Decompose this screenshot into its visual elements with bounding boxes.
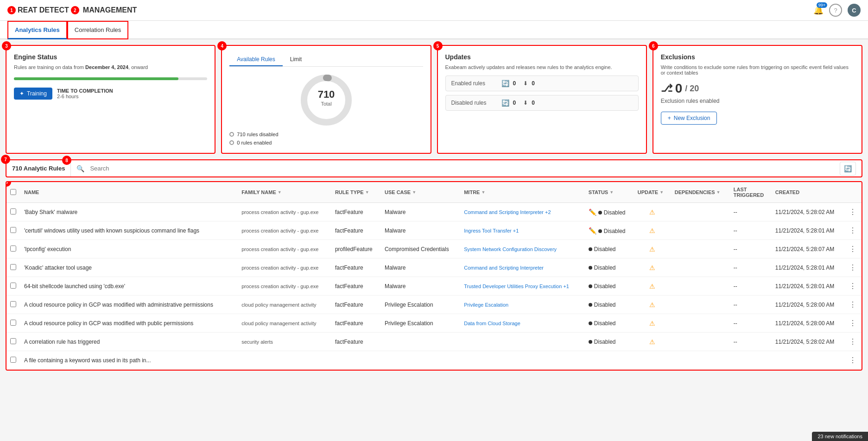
rule-name: 'Ipconfig' execution xyxy=(24,246,71,252)
section-num-6: 6 xyxy=(649,41,658,50)
page-title: 1 REAT DETECT 2 MANAGEMENT xyxy=(7,6,137,14)
help-icon[interactable]: ? xyxy=(829,4,842,17)
use-case-cell: Malware xyxy=(381,277,460,296)
mitre-link[interactable]: Command and Scripting Interpreter xyxy=(464,265,544,271)
more-icon[interactable]: ⋮ xyxy=(849,338,856,346)
row-checkbox[interactable] xyxy=(10,208,16,214)
created-cell: 11/21/2024, 5:28:02 AM xyxy=(772,333,845,351)
col-name[interactable]: NAME xyxy=(20,182,238,203)
col-status[interactable]: STATUS ▼ xyxy=(585,182,634,203)
status-label: Disabled xyxy=(604,209,626,216)
exclusions-card: 6 Exclusions Write conditions to exclude… xyxy=(653,45,862,154)
row-checkbox[interactable] xyxy=(10,338,16,344)
mitre-link[interactable]: Trusted Developer Utilities Proxy Execut… xyxy=(464,284,569,289)
section-num-7: 7 xyxy=(1,155,10,164)
status-dot xyxy=(598,211,602,214)
update-warning-icon: ⚠ xyxy=(649,246,655,253)
tab-analytics-rules[interactable]: Analytics Rules xyxy=(7,21,67,39)
row-checkbox[interactable] xyxy=(10,246,16,252)
rule-type-cell: factFeature xyxy=(331,258,381,277)
training-button[interactable]: ✦ Training xyxy=(14,88,52,100)
disabled-label: Disabled rules xyxy=(451,100,498,106)
row-checkbox[interactable] xyxy=(10,227,16,233)
col-rule-type[interactable]: RULE TYPE ▼ xyxy=(331,182,381,203)
exclusions-subtitle: Write conditions to exclude some rules f… xyxy=(661,64,854,76)
rule-name: 'Baby Shark' malware xyxy=(24,209,77,215)
more-icon[interactable]: ⋮ xyxy=(849,227,856,234)
use-case: Privilege Escalation xyxy=(385,302,433,308)
col-use-case[interactable]: USE CASE ▼ xyxy=(381,182,460,203)
status-label: Disabled xyxy=(604,228,626,234)
mitre-cell: Data from Cloud Storage xyxy=(460,314,585,333)
mitre-cell: Command and Scripting Interpreter xyxy=(460,258,585,277)
tab-correlation-rules[interactable]: Correlation Rules xyxy=(67,21,128,39)
rule-type-cell xyxy=(331,351,381,370)
table-header-row: NAME FAMILY NAME ▼ RULE TYPE ▼ USE CASE … xyxy=(6,182,862,203)
exclusions-separator: / 20 xyxy=(685,84,699,94)
row-checkbox[interactable] xyxy=(10,320,16,326)
use-case: Compromised Credentials xyxy=(385,246,449,252)
family-name-cell: security alerts xyxy=(238,333,331,351)
arrow-down-enabled: ⬇ xyxy=(523,80,528,87)
more-icon[interactable]: ⋮ xyxy=(849,319,856,327)
rule-name: A cloud resource policy in GCP was modif… xyxy=(24,302,213,308)
col-mitre[interactable]: MITRE ▼ xyxy=(460,182,585,203)
col-update[interactable]: UPDATE ▼ xyxy=(634,182,671,203)
mitre-link[interactable]: Command and Scripting Interpreter +2 xyxy=(464,209,551,215)
rule-name-cell: A cloud resource policy in GCP was modif… xyxy=(20,314,238,333)
table-row: A correlation rule has triggered securit… xyxy=(6,333,862,351)
notification-bell[interactable]: 🔔 99+ xyxy=(813,5,824,15)
rule-name-cell: 64-bit shellcode launched using 'cdb.exe… xyxy=(20,277,238,296)
last-triggered-cell: -- xyxy=(730,296,772,314)
avail-tab-limit[interactable]: Limit xyxy=(283,53,309,66)
actions-cell: ⋮ xyxy=(845,240,862,258)
status-dot xyxy=(589,340,592,344)
mitre-link[interactable]: System Network Configuration Discovery xyxy=(464,246,557,252)
use-case-cell: Malware xyxy=(381,221,460,240)
edit-icon[interactable]: ✏️ xyxy=(589,227,596,234)
legend-disabled: 710 rules disabled xyxy=(229,132,423,137)
col-dependencies[interactable]: DEPENDENCIES ▼ xyxy=(671,182,730,203)
status-label: Disabled xyxy=(594,283,616,290)
family-name: process creation activity - gup.exe xyxy=(241,209,318,215)
status-dot xyxy=(589,284,592,288)
refresh-button[interactable]: 🔄 xyxy=(840,162,856,176)
row-checkbox[interactable] xyxy=(10,283,16,289)
created-cell xyxy=(772,351,845,370)
ttc-label: TIME TO COMPLETION xyxy=(57,88,113,94)
avatar[interactable]: C xyxy=(848,4,861,17)
row-checkbox[interactable] xyxy=(10,301,16,307)
row-checkbox[interactable] xyxy=(10,357,16,363)
more-icon[interactable]: ⋮ xyxy=(849,282,856,290)
edit-icon[interactable]: ✏️ xyxy=(589,208,596,216)
family-name-cell xyxy=(238,351,331,370)
status-cell xyxy=(585,351,634,370)
mitre-link[interactable]: Privilege Escalation xyxy=(464,302,508,308)
table-row: A file containing a keyword was used in … xyxy=(6,351,862,370)
row-checkbox-cell xyxy=(6,221,20,240)
updates-subtitle: Exabeam actively updates and releases ne… xyxy=(445,64,639,70)
rule-name-cell: 'certutil' windows utility used with kno… xyxy=(20,221,238,240)
mitre-link[interactable]: Ingress Tool Transfer +1 xyxy=(464,228,519,233)
more-icon[interactable]: ⋮ xyxy=(849,356,856,364)
update-cell: ⚠ xyxy=(634,296,671,314)
select-all-checkbox[interactable] xyxy=(10,189,16,195)
row-checkbox[interactable] xyxy=(10,264,16,270)
col-family[interactable]: FAMILY NAME ▼ xyxy=(238,182,331,203)
plus-icon: + xyxy=(668,115,671,121)
table-container: 9 NAME FAMILY NAME ▼ RULE TYPE ▼ USE CAS… xyxy=(6,181,862,371)
new-exclusion-button[interactable]: + New Exclusion xyxy=(661,112,717,125)
more-icon[interactable]: ⋮ xyxy=(849,301,856,309)
more-icon[interactable]: ⋮ xyxy=(849,208,856,216)
family-name: process creation activity - gup.exe xyxy=(241,284,318,289)
created-cell: 11/21/2024, 5:28:00 AM xyxy=(772,314,845,333)
row-checkbox-cell xyxy=(6,203,20,221)
more-icon[interactable]: ⋮ xyxy=(849,264,856,271)
update-warning-icon: ⚠ xyxy=(649,320,655,327)
dependencies-cell xyxy=(671,333,730,351)
rule-name: A file containing a keyword was used in … xyxy=(24,357,151,364)
avail-tab-available[interactable]: Available Rules xyxy=(229,53,283,66)
search-input[interactable] xyxy=(90,160,834,176)
more-icon[interactable]: ⋮ xyxy=(849,245,856,253)
mitre-link[interactable]: Data from Cloud Storage xyxy=(464,321,520,326)
